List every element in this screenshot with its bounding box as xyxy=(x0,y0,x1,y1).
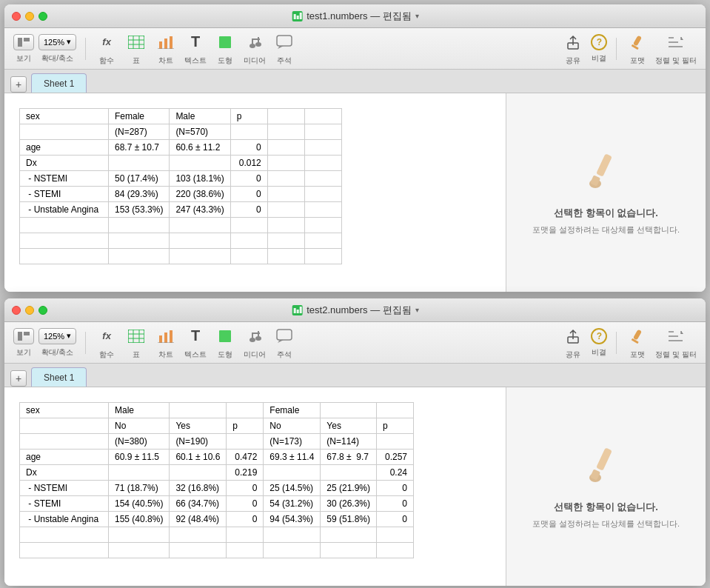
table-cell[interactable]: Male xyxy=(170,109,230,124)
table-cell[interactable]: age xyxy=(20,450,109,465)
format-button[interactable] xyxy=(626,32,649,53)
table-cell[interactable] xyxy=(377,543,414,558)
fx-button-2[interactable]: fx xyxy=(95,326,118,347)
table-cell[interactable]: 0 xyxy=(377,496,414,512)
table-cell[interactable] xyxy=(304,156,341,171)
table-cell[interactable]: 71 (18.7%) xyxy=(109,481,170,496)
table-cell[interactable] xyxy=(230,249,267,264)
table-cell[interactable]: p xyxy=(230,109,267,124)
table-cell[interactable]: p xyxy=(377,418,414,434)
table-cell[interactable] xyxy=(264,465,321,481)
table-cell[interactable]: 60.9 ± 11.5 xyxy=(109,450,170,465)
table-cell[interactable] xyxy=(304,218,341,233)
view-toggle-btn[interactable] xyxy=(13,34,34,50)
table-cell[interactable]: 67.8 ± 9.7 xyxy=(321,450,377,465)
table-cell[interactable] xyxy=(267,140,304,156)
table-cell[interactable] xyxy=(227,434,264,450)
add-sheet-button-1[interactable]: + xyxy=(10,76,27,93)
table-cell[interactable] xyxy=(109,249,170,264)
minimize-button-2[interactable] xyxy=(25,306,34,315)
table-cell[interactable]: 94 (54.3%) xyxy=(264,512,321,527)
table-cell[interactable] xyxy=(304,124,341,140)
table-cell[interactable]: 0 xyxy=(230,202,267,218)
table-cell[interactable] xyxy=(377,434,414,450)
table-cell[interactable]: 60.6 ± 11.2 xyxy=(170,140,230,156)
table-cell[interactable]: 84 (29.3%) xyxy=(109,187,170,202)
table-cell[interactable] xyxy=(109,218,170,233)
sheet-tab-2[interactable]: Sheet 1 xyxy=(31,367,87,387)
table-cell[interactable] xyxy=(230,233,267,249)
table-cell[interactable] xyxy=(321,543,377,558)
table-cell[interactable] xyxy=(170,218,230,233)
table-cell[interactable] xyxy=(267,218,304,233)
close-button-1[interactable] xyxy=(12,12,21,21)
table-cell[interactable] xyxy=(227,403,264,418)
table-cell[interactable] xyxy=(170,543,227,558)
spreadsheet-area-1[interactable]: sex Female Male p (N=287) (N=570) xyxy=(4,93,506,292)
fx-button[interactable]: fx xyxy=(95,32,118,53)
table-cell[interactable] xyxy=(20,527,109,543)
table-cell[interactable]: 69.3 ± 11.4 xyxy=(264,450,321,465)
table-cell[interactable] xyxy=(267,156,304,171)
shape-button[interactable] xyxy=(213,32,237,53)
table-cell[interactable]: (N=287) xyxy=(109,124,170,140)
table-cell[interactable]: 0 xyxy=(230,171,267,187)
table-cell[interactable] xyxy=(267,171,304,187)
maximize-button-2[interactable] xyxy=(38,306,47,315)
table-cell[interactable]: 66 (34.7%) xyxy=(170,496,227,512)
table-cell[interactable]: 155 (40.8%) xyxy=(109,512,170,527)
table-cell[interactable] xyxy=(109,527,170,543)
table-cell[interactable]: Dx xyxy=(20,465,109,481)
table-cell[interactable] xyxy=(230,124,267,140)
sort-button-2[interactable] xyxy=(664,326,688,347)
table-cell[interactable] xyxy=(109,156,170,171)
table-cell[interactable]: No xyxy=(264,418,321,434)
table-cell[interactable] xyxy=(377,527,414,543)
table-cell[interactable] xyxy=(20,434,109,450)
spreadsheet-area-2[interactable]: sex Male Female No Yes p No Y xyxy=(4,387,506,586)
chart-button-2[interactable] xyxy=(154,326,178,347)
table-cell[interactable]: 154 (40.5%) xyxy=(109,496,170,512)
table-cell[interactable]: Male xyxy=(109,403,170,418)
table-cell[interactable]: 32 (16.8%) xyxy=(170,481,227,496)
table-cell[interactable]: 0 xyxy=(230,187,267,202)
table-button[interactable] xyxy=(124,32,148,53)
close-button-2[interactable] xyxy=(12,306,21,315)
table-cell[interactable] xyxy=(304,233,341,249)
title-chevron-2[interactable]: ▾ xyxy=(415,306,419,314)
table-cell[interactable] xyxy=(304,202,341,218)
format-button-2[interactable] xyxy=(626,326,649,347)
table-cell[interactable]: - Unstable Angina xyxy=(20,202,109,218)
table-cell[interactable] xyxy=(304,140,341,156)
table-cell[interactable]: (N=173) xyxy=(264,434,321,450)
table-cell[interactable] xyxy=(109,543,170,558)
table-cell[interactable]: 220 (38.6%) xyxy=(170,187,230,202)
table-cell[interactable]: - NSTEMI xyxy=(20,481,109,496)
table-cell[interactable] xyxy=(321,527,377,543)
table-cell[interactable]: Female xyxy=(109,109,170,124)
table-cell[interactable]: 60.1 ± 10.6 xyxy=(170,450,227,465)
table-cell[interactable]: (N=380) xyxy=(109,434,170,450)
table-cell[interactable] xyxy=(20,543,109,558)
table-cell[interactable] xyxy=(304,171,341,187)
table-cell[interactable] xyxy=(264,543,321,558)
table-cell[interactable]: 103 (18.1%) xyxy=(170,171,230,187)
table-cell[interactable]: 54 (31.2%) xyxy=(264,496,321,512)
table-cell[interactable]: 247 (43.3%) xyxy=(170,202,230,218)
sort-button[interactable] xyxy=(664,32,688,53)
table-cell[interactable]: sex xyxy=(20,403,109,418)
table-cell[interactable]: - Unstable Angina xyxy=(20,512,109,527)
table-cell[interactable]: No xyxy=(109,418,170,434)
table-cell[interactable] xyxy=(230,218,267,233)
table-cell[interactable]: 0 xyxy=(227,481,264,496)
table-cell[interactable]: (N=190) xyxy=(170,434,227,450)
table-cell[interactable]: Female xyxy=(264,403,321,418)
chart-button[interactable] xyxy=(154,32,178,53)
share-button-2[interactable] xyxy=(561,326,585,347)
table-cell[interactable]: age xyxy=(20,140,109,156)
table-button-2[interactable] xyxy=(124,326,148,347)
table-cell[interactable] xyxy=(267,187,304,202)
table-cell[interactable] xyxy=(170,156,230,171)
table-cell[interactable] xyxy=(20,418,109,434)
table-cell[interactable] xyxy=(20,218,109,233)
